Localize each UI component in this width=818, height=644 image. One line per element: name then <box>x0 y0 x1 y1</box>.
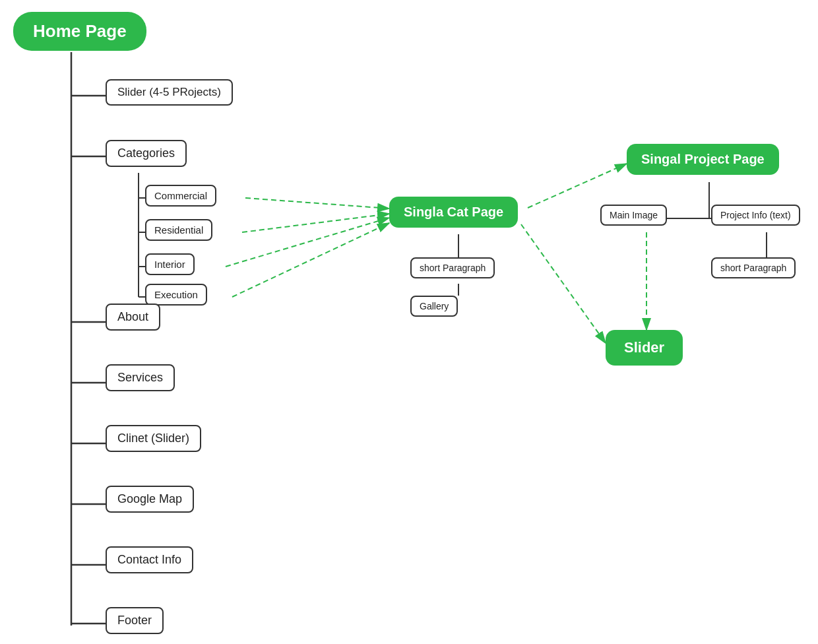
svg-line-21 <box>521 224 606 343</box>
interior-box: Interior <box>145 253 195 275</box>
singal-project-node: Singal Project Page <box>627 144 779 175</box>
about-label: About <box>117 310 148 324</box>
residential-label: Residential <box>154 224 203 236</box>
home-page-node: Home Page <box>13 12 146 51</box>
short-para1-label: short Paragraph <box>420 263 486 273</box>
short-para2-label: short Paragraph <box>720 263 786 273</box>
contactinfo-node: Contact Info <box>106 546 193 573</box>
clinet-node: Clinet (Slider) <box>106 425 201 452</box>
gallery-label: Gallery <box>420 301 449 311</box>
main-image-box: Main Image <box>600 205 667 226</box>
project-info-box: Project Info (text) <box>711 205 800 226</box>
contactinfo-label: Contact Info <box>117 553 181 567</box>
svg-line-20 <box>528 164 627 208</box>
slider2-label: Slider <box>624 339 664 356</box>
residential-node: Residential <box>145 219 212 241</box>
commercial-node: Commercial <box>145 185 216 207</box>
short-para2-box: short Paragraph <box>711 257 796 278</box>
main-image-node: Main Image <box>600 205 667 226</box>
home-page-box: Home Page <box>13 12 146 51</box>
interior-label: Interior <box>154 259 185 270</box>
slider2-node: Slider <box>606 330 683 366</box>
project-info-node: Project Info (text) <box>711 205 800 226</box>
home-page-label: Home Page <box>33 21 127 42</box>
googlemap-label: Google Map <box>117 492 182 506</box>
execution-label: Execution <box>154 289 198 300</box>
svg-line-19 <box>232 223 389 297</box>
clinet-label: Clinet (Slider) <box>117 432 189 445</box>
svg-line-18 <box>226 218 389 267</box>
singal-project-box: Singal Project Page <box>627 144 779 175</box>
categories-label: Categories <box>117 146 175 160</box>
singal-project-label: Singal Project Page <box>641 152 765 167</box>
gallery-node: Gallery <box>410 296 458 317</box>
short-para1-node: short Paragraph <box>410 257 495 278</box>
commercial-label: Commercial <box>154 190 207 201</box>
clinet-box: Clinet (Slider) <box>106 425 201 452</box>
singla-cat-box: Singla Cat Page <box>389 197 518 228</box>
commercial-box: Commercial <box>145 185 216 207</box>
services-node: Services <box>106 364 175 391</box>
slider-box: Slider (4-5 PRojects) <box>106 79 233 106</box>
main-image-label: Main Image <box>610 210 658 220</box>
categories-node: Categories <box>106 140 187 167</box>
slider-label: Slider (4-5 PRojects) <box>117 86 221 99</box>
about-box: About <box>106 304 160 331</box>
googlemap-node: Google Map <box>106 486 194 513</box>
short-para2-node: short Paragraph <box>711 257 796 278</box>
services-label: Services <box>117 371 163 385</box>
about-node: About <box>106 304 160 331</box>
footer-box: Footer <box>106 607 164 634</box>
interior-node: Interior <box>145 253 195 275</box>
singla-cat-node: Singla Cat Page <box>389 197 518 228</box>
footer-node: Footer <box>106 607 164 634</box>
short-para1-box: short Paragraph <box>410 257 495 278</box>
gallery-box: Gallery <box>410 296 458 317</box>
svg-line-17 <box>242 214 389 232</box>
execution-box: Execution <box>145 284 207 306</box>
svg-line-16 <box>245 198 389 209</box>
execution-node: Execution <box>145 284 207 306</box>
slider-node: Slider (4-5 PRojects) <box>106 79 233 106</box>
contactinfo-box: Contact Info <box>106 546 193 573</box>
slider2-box: Slider <box>606 330 683 366</box>
singla-cat-label: Singla Cat Page <box>404 205 503 220</box>
project-info-label: Project Info (text) <box>720 210 791 220</box>
footer-label: Footer <box>117 614 152 628</box>
residential-box: Residential <box>145 219 212 241</box>
categories-box: Categories <box>106 140 187 167</box>
services-box: Services <box>106 364 175 391</box>
googlemap-box: Google Map <box>106 486 194 513</box>
